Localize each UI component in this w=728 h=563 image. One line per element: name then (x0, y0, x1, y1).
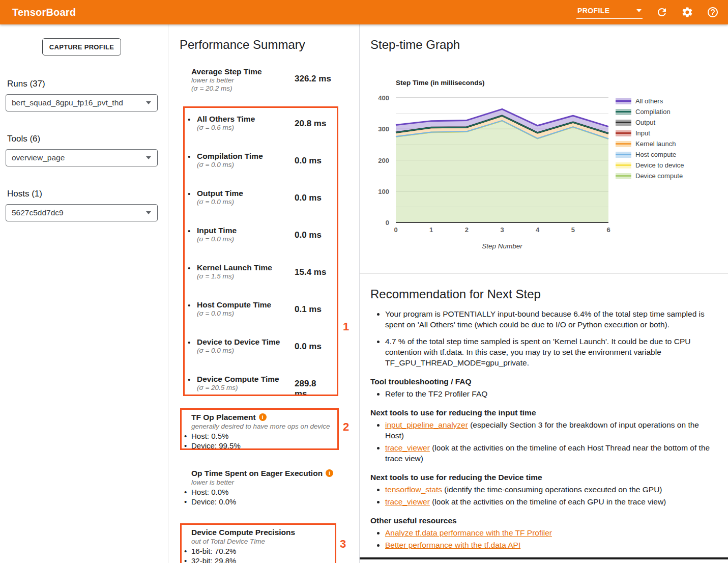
hosts-select[interactable]: 5627c5dd7dc9 (6, 204, 158, 221)
svg-text:300: 300 (378, 125, 389, 133)
recommendation-link[interactable]: input_pipeline_analyzer (385, 420, 468, 429)
bullet: • (184, 497, 191, 506)
metric-value: 20.8 ms (295, 119, 326, 129)
bullet: • (184, 546, 191, 556)
legend-swatch (616, 109, 631, 115)
list-item-text: Refer to the TF2 Profiler FAQ (385, 389, 487, 398)
bullet: • (188, 189, 190, 198)
annotation-label-1: 1 (343, 320, 349, 333)
legend-swatch (616, 130, 631, 136)
recommendation-bullets: Your program is POTENTIALLY input-bound … (370, 308, 715, 368)
breakdown-row: •Kernel Launch Time(σ = 1.5 ms)15.4 ms (187, 263, 329, 300)
svg-text:200: 200 (378, 157, 389, 164)
block-title-text: Op Time Spent on Eager Execution (191, 468, 323, 478)
list-item: •Host: 0.5% (191, 431, 337, 441)
svg-text:4: 4 (536, 226, 540, 234)
bullet: • (188, 115, 190, 124)
metric-value: 0.0 ms (295, 193, 322, 203)
precisions-note: out of Total Device Time (191, 537, 335, 546)
list-item: Better performance with the tf.data API (385, 540, 715, 550)
recommendation-section: Recommendation for Next Step Your progra… (360, 274, 728, 557)
legend-item: All others (616, 96, 684, 106)
breakdown-row: •Device Compute Time(σ = 20.5 ms)289.8 m… (187, 375, 329, 396)
list-item-text: 32-bit: 29.8% (191, 556, 236, 563)
chart-legend: All othersCompilationOutputInputKernel l… (616, 96, 684, 181)
recommendation-title: Recommendation for Next Step (370, 287, 715, 301)
breakdown-row: •Host Compute Time(σ = 0.0 ms)0.1 ms (187, 300, 329, 337)
recommendation-link[interactable]: tensorflow_stats (385, 485, 442, 494)
recommendation-list: Analyze tf.data performance with the TF … (370, 527, 715, 550)
legend-label: Input (635, 129, 650, 137)
legend-swatch (616, 152, 631, 158)
recommendation-subheading: Tool troubleshooting / FAQ (370, 377, 715, 386)
legend-item: Output (616, 117, 684, 128)
performance-summary-title: Performance Summary (180, 38, 305, 52)
legend-swatch-line (616, 143, 631, 145)
bullet: • (184, 431, 191, 441)
svg-text:0: 0 (394, 226, 397, 234)
breakdown-row: •Output Time(σ = 0.0 ms)0.0 ms (187, 189, 329, 226)
legend-label: Compilation (635, 108, 671, 116)
list-item: •32-bit: 29.8% (191, 556, 335, 563)
legend-swatch-line (616, 100, 631, 102)
recommendation-link[interactable]: trace_viewer (385, 497, 430, 506)
eager-execution-note: lower is better (191, 478, 347, 487)
hosts-select-value: 5627c5dd7dc9 (12, 208, 64, 217)
chevron-down-icon (146, 156, 151, 159)
dashboard-select[interactable]: PROFILE (576, 6, 643, 19)
breakdown-row: •Input Time(σ = 0.0 ms)0.0 ms (187, 226, 329, 263)
list-item: •16-bit: 70.2% (191, 546, 335, 556)
legend-swatch (616, 162, 631, 168)
legend-swatch-line (616, 122, 631, 124)
chevron-down-icon (636, 9, 642, 12)
breakdown-row: •Device to Device Time(σ = 0.0 ms)0.0 ms (187, 337, 329, 375)
legend-item: Input (616, 128, 684, 138)
list-item-text: Host: 0.5% (191, 431, 228, 441)
tf-op-placement-box: TF Op Placement i generally desired to h… (180, 408, 339, 450)
breakdown-row: •Compilation Time(σ = 0.0 ms)0.0 ms (187, 152, 329, 189)
eager-execution-block: Op Time Spent on Eager Execution i lower… (180, 468, 347, 506)
block-title-text: TF Op Placement (191, 412, 256, 422)
legend-swatch (616, 173, 631, 179)
recommendation-link[interactable]: Better performance with the tf.data API (385, 541, 520, 549)
list-item-text: Host: 0.0% (191, 487, 228, 497)
recommendation-link[interactable]: trace_viewer (385, 443, 430, 452)
legend-item: Device to device (616, 160, 684, 171)
svg-text:5: 5 (571, 226, 575, 234)
reload-icon[interactable] (656, 6, 668, 18)
svg-text:1: 1 (429, 226, 433, 234)
legend-label: Device compute (635, 172, 683, 180)
legend-label: All others (635, 97, 663, 105)
help-icon[interactable] (707, 6, 719, 18)
list-item-text: (look at the activities on the timeline … (385, 443, 710, 463)
runs-select[interactable]: bert_squad_8gpu_fp16_pvt_thd (6, 94, 158, 111)
block-title-text: Device Compute Precisions (191, 527, 295, 537)
info-icon[interactable]: i (326, 469, 333, 477)
bullet: • (188, 264, 190, 272)
list-item-text: (identify the time-consuming operations … (442, 485, 662, 494)
list-item-text: (look at the activities on the timeline … (430, 497, 666, 506)
horizontal-scrollbar[interactable] (360, 557, 728, 559)
settings-gear-icon[interactable] (681, 6, 693, 18)
step-time-graph-section: Step-time Graph 01002003004000123456Step… (360, 24, 728, 274)
recommendation-bullet: 4.7 % of the total step time sampled is … (385, 336, 715, 368)
sidebar: CAPTURE PROFILE Runs (37) bert_squad_8gp… (0, 24, 168, 563)
tools-select[interactable]: overview_page (6, 149, 158, 166)
info-icon[interactable]: i (259, 413, 267, 421)
metric-value: 15.4 ms (295, 267, 326, 277)
legend-item: Kernel launch (616, 138, 684, 149)
list-item: tensorflow_stats (identify the time-cons… (385, 484, 715, 495)
legend-item: Compilation (616, 106, 684, 117)
legend-swatch-line (616, 175, 631, 177)
recommendation-link[interactable]: Analyze tf.data performance with the TF … (385, 528, 552, 537)
list-item: trace_viewer (look at the activities on … (385, 442, 715, 464)
capture-profile-button[interactable]: CAPTURE PROFILE (42, 38, 121, 55)
tensorboard-app: TensorBoard PROFILE CAPTURE PROFILE Runs… (0, 0, 728, 563)
header-actions: PROFILE (576, 6, 728, 19)
tools-label: Tools (6) (7, 134, 40, 144)
legend-swatch-line (616, 164, 631, 166)
svg-text:3: 3 (500, 226, 504, 234)
recommendation-list: Refer to the TF2 Profiler FAQ (370, 388, 715, 399)
metric-value: 0.0 ms (295, 342, 322, 352)
legend-label: Host compute (635, 151, 676, 158)
